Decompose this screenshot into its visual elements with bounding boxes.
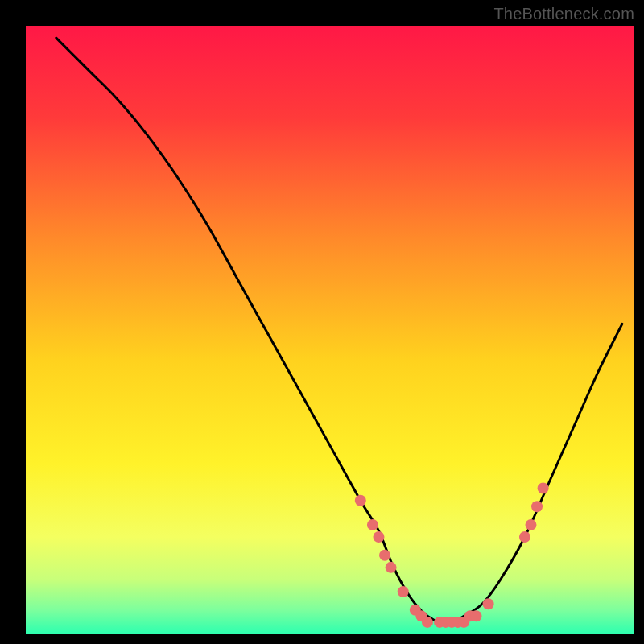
highlight-point [367, 519, 378, 530]
highlight-point [355, 495, 366, 506]
highlight-point [519, 531, 530, 543]
highlight-point [422, 617, 433, 628]
bottleneck-chart [0, 0, 644, 644]
highlight-point [525, 519, 536, 530]
chart-container: TheBottleneck.com [0, 0, 644, 644]
highlight-point [483, 598, 494, 609]
highlight-point [470, 610, 481, 621]
highlight-point [373, 531, 384, 543]
plot-background [26, 26, 634, 634]
highlight-point [531, 501, 543, 512]
watermark-text: TheBottleneck.com [493, 5, 634, 23]
highlight-point [386, 562, 397, 573]
highlight-point [398, 586, 409, 597]
highlight-point [538, 483, 549, 494]
highlight-point [379, 550, 390, 561]
